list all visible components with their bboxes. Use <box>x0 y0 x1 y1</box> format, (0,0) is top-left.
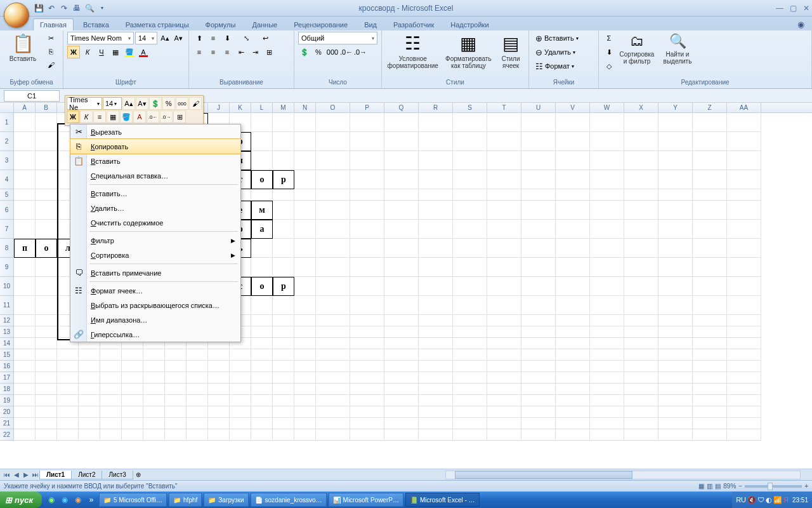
mini-toolbar: Times Ne▾ 14▾ A▴ A▾ 💲 % 000 🖌 Ж К ≡ ▦ 🪣 … <box>65 95 204 103</box>
format-icon: ☷ <box>535 62 543 71</box>
fill-icon[interactable]: ⬇ <box>603 46 615 58</box>
find-icon: 🔍 <box>669 33 686 50</box>
tab-addins[interactable]: Надстройки <box>443 18 495 30</box>
group-editing: Σ ⬇ ◇ 🗂Сортировка и фильтр 🔍Найти и выде… <box>599 30 812 88</box>
merge-icon[interactable]: ⊞ <box>263 46 275 58</box>
font-family-combo[interactable]: Times New Rom▾ <box>67 32 134 44</box>
quick-access-toolbar: 💾 ↶ ↷ 🖶 🔍 ▾ <box>33 3 108 14</box>
cellstyles-icon: ▤ <box>502 33 519 54</box>
decrease-decimal-icon[interactable]: .0→ <box>354 46 367 58</box>
align-center-icon[interactable]: ≡ <box>207 46 219 58</box>
title-bar: 💾 ↶ ↷ 🖶 🔍 ▾ кроссворд - Microsoft Excel … <box>0 0 812 17</box>
name-box[interactable]: C1 <box>4 90 60 102</box>
cond-format-icon: ☷ <box>405 33 421 54</box>
align-left-icon[interactable]: ≡ <box>193 46 206 58</box>
comma-icon[interactable]: 000 <box>326 46 339 58</box>
close-button[interactable]: ✕ <box>803 4 809 13</box>
group-number: Общий▾ 💲 % 000 .0← .0→ Число <box>294 30 382 88</box>
percent-icon[interactable]: % <box>312 46 325 58</box>
autosum-icon[interactable]: Σ <box>603 32 615 44</box>
delete-icon: ⊖ <box>535 48 542 57</box>
qat-redo-icon[interactable]: ↷ <box>58 3 70 14</box>
paste-icon: 📋 <box>12 33 34 54</box>
group-font: Times New Rom▾ 14▾ A▴ A▾ Ж К Ч ▦ 🪣 A Шри… <box>63 30 189 88</box>
align-top-icon[interactable]: ⬆ <box>193 32 206 44</box>
increase-indent-icon[interactable]: ⇥ <box>249 46 261 58</box>
group-alignment: ⬆ ≡ ⬇ ⤡ ↩ ≡ ≡ ≡ ⇤ ⇥ ⊞ Выравнивание <box>189 30 294 88</box>
qat-quickprint-icon[interactable]: 🖶 <box>71 3 82 14</box>
bold-button[interactable]: Ж <box>67 46 80 58</box>
format-as-table-button[interactable]: ▦Форматировать как таблицу <box>443 32 495 70</box>
currency-icon[interactable]: 💲 <box>298 46 311 58</box>
sort-filter-button[interactable]: 🗂Сортировка и фильтр <box>618 32 656 66</box>
decrease-indent-icon[interactable]: ⇤ <box>235 46 247 58</box>
table-icon: ▦ <box>460 33 476 54</box>
tab-insert[interactable]: Вставка <box>76 18 116 30</box>
maximize-button[interactable]: ▢ <box>790 4 797 13</box>
align-bottom-icon[interactable]: ⬇ <box>221 32 233 44</box>
group-styles: ☷Условное форматирование ▦Форматировать … <box>382 30 529 88</box>
number-format-combo[interactable]: Общий▾ <box>298 32 377 44</box>
find-select-button[interactable]: 🔍Найти и выделить <box>658 32 697 66</box>
shrink-font-icon[interactable]: A▾ <box>173 32 185 44</box>
grow-font-icon[interactable]: A▴ <box>159 32 171 44</box>
underline-button[interactable]: Ч <box>95 46 108 58</box>
mini-font-family[interactable]: Times Ne▾ <box>67 97 102 103</box>
border-button[interactable]: ▦ <box>109 46 122 58</box>
mini-comma-icon[interactable]: 000 <box>176 97 188 103</box>
window-title: кроссворд - Microsoft Excel <box>359 4 454 13</box>
tab-view[interactable]: Вид <box>357 18 384 30</box>
tab-developer[interactable]: Разработчик <box>386 18 441 30</box>
cut-icon[interactable]: ✂ <box>44 32 57 44</box>
mini-currency-icon[interactable]: 💲 <box>149 97 162 103</box>
mini-grow-icon[interactable]: A▴ <box>122 97 135 103</box>
tab-formulas[interactable]: Формулы <box>199 18 243 30</box>
mini-shrink-icon[interactable]: A▾ <box>136 97 148 103</box>
qat-undo-icon[interactable]: ↶ <box>46 3 57 14</box>
insert-cells-button[interactable]: ⊕Вставить▾ <box>533 32 581 44</box>
office-button[interactable] <box>4 3 29 28</box>
font-color-button[interactable]: A <box>137 46 150 58</box>
mini-percent-icon[interactable]: % <box>162 97 175 103</box>
orientation-icon[interactable]: ⤡ <box>240 32 252 44</box>
group-clipboard: 📋 Вставить ✂ ⎘ 🖌 Буфер обмена <box>0 30 63 88</box>
increase-decimal-icon[interactable]: .0← <box>340 46 353 58</box>
mini-painter-icon[interactable]: 🖌 <box>189 97 202 103</box>
tab-review[interactable]: Рецензирование <box>287 18 355 30</box>
help-button[interactable]: ◉ <box>795 18 807 30</box>
conditional-format-button[interactable]: ☷Условное форматирование <box>386 32 440 70</box>
qat-more-icon[interactable]: ▾ <box>96 3 108 14</box>
format-cells-button[interactable]: ☷Формат▾ <box>533 60 581 72</box>
formatpainter-icon[interactable]: 🖌 <box>44 58 57 71</box>
align-middle-icon[interactable]: ≡ <box>207 32 219 44</box>
align-right-icon[interactable]: ≡ <box>221 46 233 58</box>
ribbon-tabs: Главная Вставка Разметка страницы Формул… <box>0 17 812 30</box>
window-controls: ― ▢ ✕ <box>776 4 809 13</box>
wrap-text-icon[interactable]: ↩ <box>259 32 272 44</box>
clear-icon[interactable]: ◇ <box>603 60 615 72</box>
ribbon: 📋 Вставить ✂ ⎘ 🖌 Буфер обмена Times New … <box>0 30 812 89</box>
qat-save-icon[interactable]: 💾 <box>33 3 44 14</box>
insert-icon: ⊕ <box>535 34 542 43</box>
tab-data[interactable]: Данные <box>245 18 284 30</box>
tab-pagelayout[interactable]: Разметка страницы <box>119 18 196 30</box>
tab-home[interactable]: Главная <box>33 18 74 30</box>
qat-preview-icon[interactable]: 🔍 <box>84 3 95 14</box>
sort-icon: 🗂 <box>630 33 644 50</box>
mini-font-size[interactable]: 14▾ <box>103 97 122 103</box>
fill-color-button[interactable]: 🪣 <box>123 46 136 58</box>
cell-styles-button[interactable]: ▤Стили ячеек <box>497 32 525 70</box>
font-size-combo[interactable]: 14▾ <box>135 32 157 44</box>
minimize-button[interactable]: ― <box>776 4 783 13</box>
group-cells: ⊕Вставить▾ ⊖Удалить▾ ☷Формат▾ Ячейки <box>529 30 599 88</box>
paste-button[interactable]: 📋 Вставить <box>4 32 42 64</box>
italic-button[interactable]: К <box>81 46 94 58</box>
delete-cells-button[interactable]: ⊖Удалить▾ <box>533 46 581 58</box>
copy-icon[interactable]: ⎘ <box>44 45 57 58</box>
